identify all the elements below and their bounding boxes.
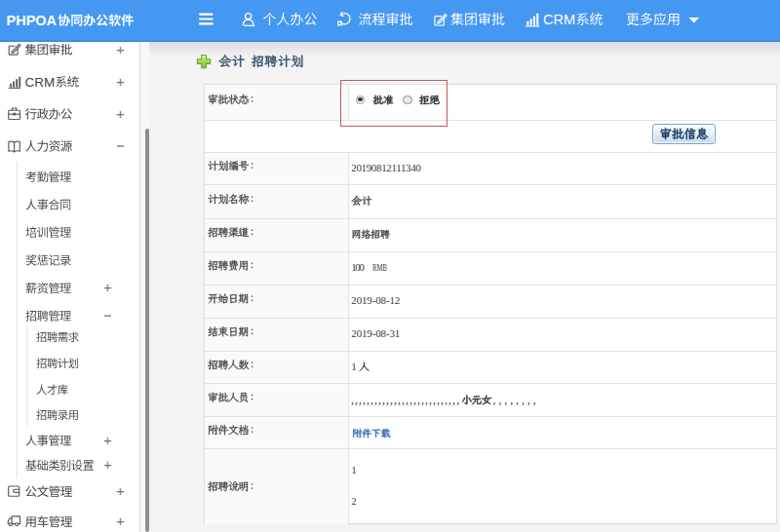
svg-text:2: 2 (351, 495, 357, 507)
svg-text:+: + (103, 456, 112, 473)
svg-text:PHPOA: PHPOA (7, 13, 58, 28)
svg-text:+: + (103, 279, 112, 295)
svg-text:1: 1 (351, 464, 357, 475)
svg-text:1: 1 (351, 361, 357, 372)
svg-text:,,,,,,,,: ,,,,,,,, (493, 394, 536, 406)
svg-text:+: + (116, 482, 125, 499)
svg-text:,,,,,,,,,,,,,,,,,,,,,,,,,,,,: ,,,,,,,,,,,,,,,,,,,,,,,,,,,, (351, 394, 459, 406)
svg-text:+: + (116, 73, 125, 90)
svg-text:20190812111340: 20190812111340 (351, 162, 421, 173)
svg-text:100: 100 (351, 261, 365, 273)
svg-text:+: + (116, 105, 125, 122)
svg-text:RMB: RMB (372, 262, 387, 273)
svg-text:2019-08-31: 2019-08-31 (351, 327, 400, 339)
svg-text:+: + (116, 513, 125, 529)
svg-text:+: + (103, 432, 112, 448)
svg-text:CRM: CRM (25, 75, 56, 90)
svg-text:CRM: CRM (543, 12, 575, 27)
svg-text:2019-08-12: 2019-08-12 (351, 294, 400, 306)
svg-text:+: + (116, 41, 125, 57)
